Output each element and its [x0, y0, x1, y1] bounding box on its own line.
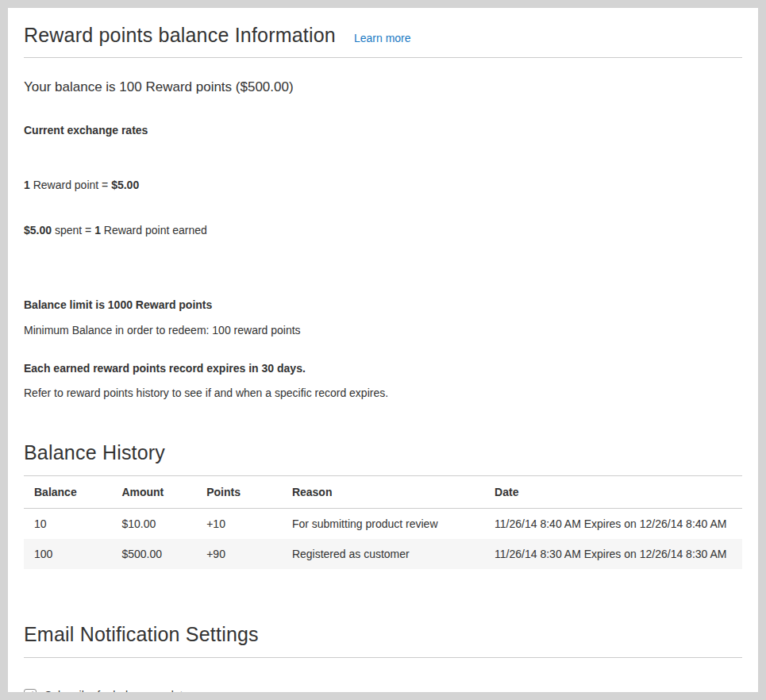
column-header-balance: Balance: [24, 476, 111, 509]
email-settings-heading: Email Notification Settings: [24, 623, 742, 646]
cell-reason: For submitting product review: [282, 509, 484, 540]
cell-points: +90: [196, 539, 282, 569]
email-settings-divider: [24, 657, 742, 658]
cell-points: +10: [196, 509, 282, 540]
rate1-points-value: 1: [24, 179, 30, 191]
minimum-balance-note: Minimum Balance in order to redeem: 100 …: [24, 324, 742, 337]
rate2-points-value: 1: [94, 224, 101, 237]
table-header-row: Balance Amount Points Reason Date: [24, 476, 742, 509]
rate1-money-value: $5.00: [111, 179, 139, 191]
exchange-rate-line-2: $5.00 spent = 1 Reward point earned: [24, 223, 742, 238]
expiration-heading: Each earned reward points record expires…: [24, 362, 742, 375]
rate2-money-value: $5.00: [24, 224, 52, 237]
balance-history-heading: Balance History: [24, 441, 742, 464]
cell-date: 11/26/14 8:40 AM Expires on 12/26/14 8:4…: [484, 509, 742, 540]
column-header-reason: Reason: [282, 476, 484, 509]
cell-balance: 100: [24, 539, 111, 569]
rate2-text-end: Reward point earned: [101, 224, 207, 237]
rate1-text: Reward point =: [30, 179, 111, 191]
table-row: 100 $500.00 +90 Registered as customer 1…: [24, 539, 742, 569]
expiration-note: Refer to reward points history to see if…: [24, 387, 742, 399]
balance-summary: Your balance is 100 Reward points ($500.…: [24, 79, 742, 95]
header-divider: [24, 57, 742, 58]
subscribe-balance-checkbox[interactable]: [24, 689, 37, 692]
content-panel: Reward points balance Information Learn …: [8, 8, 758, 692]
balance-history-table: Balance Amount Points Reason Date 10 $10…: [24, 476, 742, 569]
cell-date: 11/26/14 8:30 AM Expires on 12/26/14 8:3…: [484, 539, 742, 569]
balance-history-table-body: 10 $10.00 +10 For submitting product rev…: [24, 509, 742, 570]
cell-amount: $10.00: [111, 509, 196, 540]
cell-balance: 10: [24, 509, 111, 540]
exchange-rates-heading: Current exchange rates: [24, 124, 742, 137]
rate2-text: spent =: [52, 224, 94, 237]
subscribe-balance-label: Subscribe for balance updates: [44, 689, 194, 692]
balance-limit-heading: Balance limit is 1000 Reward points: [24, 298, 742, 311]
learn-more-link[interactable]: Learn more: [354, 32, 411, 44]
balance-history-table-head: Balance Amount Points Reason Date: [24, 476, 742, 509]
page-title: Reward points balance Information: [24, 24, 336, 47]
column-header-amount: Amount: [111, 476, 196, 509]
subscribe-balance-option[interactable]: Subscribe for balance updates: [24, 689, 742, 692]
cell-amount: $500.00: [111, 539, 196, 569]
exchange-rate-lines: 1 Reward point = $5.00 $5.00 spent = 1 R…: [24, 148, 742, 268]
cell-reason: Registered as customer: [282, 539, 484, 569]
page-header: Reward points balance Information Learn …: [24, 21, 742, 47]
page-frame: Reward points balance Information Learn …: [0, 0, 766, 700]
table-row: 10 $10.00 +10 For submitting product rev…: [24, 509, 742, 540]
column-header-points: Points: [196, 476, 282, 509]
column-header-date: Date: [484, 476, 742, 509]
exchange-rate-line-1: 1 Reward point = $5.00: [24, 178, 742, 193]
